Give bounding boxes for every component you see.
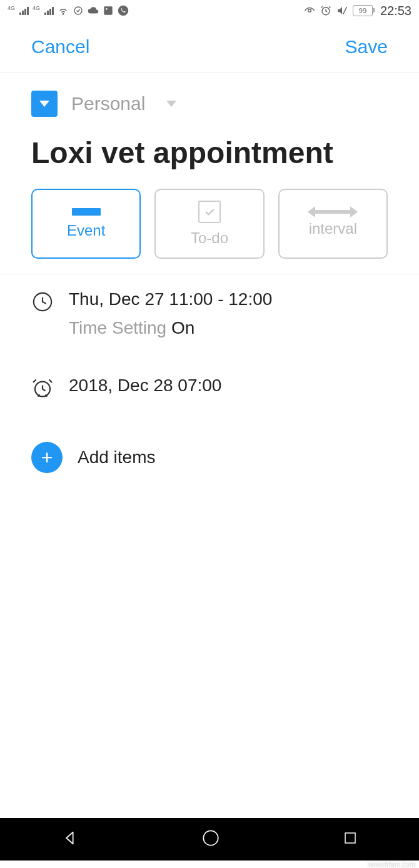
add-items-button[interactable]: + Add items [0,418,419,497]
svg-rect-2 [104,6,112,14]
phone-icon [118,5,129,16]
tab-todo[interactable]: To-do [154,189,264,259]
reminder-datetime: 2018, Dec 28 07:00 [69,376,388,396]
svg-point-1 [74,7,82,14]
network-label-1: 4G [8,5,15,11]
event-datetime: Thu, Dec 27 11:00 - 12:00 [69,289,388,309]
svg-point-0 [63,14,64,15]
time-setting-value: On [171,318,194,337]
event-title-input[interactable]: Loxi vet appointment [0,123,419,176]
status-bar: 4G 4G 99 22: [0,0,419,21]
svg-point-3 [106,8,108,10]
watermark: www.frfam.com [367,861,416,868]
network-label-2: 4G [33,5,40,11]
navigation-bar [0,818,419,861]
recent-button[interactable] [343,831,358,848]
svg-rect-11 [345,833,355,843]
tab-event-label: Event [67,222,105,239]
clock-icon [31,291,54,313]
time-setting-label: Time Setting [69,318,166,337]
checkbox-icon [198,201,221,223]
svg-line-7 [343,7,346,14]
tab-event[interactable]: Event [31,189,141,259]
event-icon [72,208,101,216]
chevron-down-icon [39,101,49,107]
type-tabs: Event To-do interval [0,176,419,274]
dropdown-caret-icon [166,101,176,107]
clock-time: 22:53 [380,4,411,18]
signal-icon-1 [19,6,29,15]
cancel-button[interactable]: Cancel [31,36,89,57]
category-color-box[interactable] [31,91,58,117]
svg-point-10 [203,831,218,845]
cloud-icon [88,5,99,16]
mute-icon [336,5,348,16]
wifi-icon [58,5,69,16]
tab-todo-label: To-do [191,229,228,247]
interval-icon [314,210,351,214]
time-setting-row[interactable]: Time Setting On [69,318,388,338]
category-label: Personal [71,93,145,114]
signal-icon-2 [44,6,54,15]
sync-icon [73,5,84,16]
category-selector[interactable]: Personal [0,73,419,123]
svg-point-5 [308,9,311,12]
status-left: 4G 4G [8,5,129,16]
header: Cancel Save [0,21,419,73]
plus-icon: + [31,442,63,473]
save-button[interactable]: Save [345,36,388,57]
reminder-row[interactable]: 2018, Dec 28 07:00 [0,361,419,399]
battery-icon: 99 [353,5,373,16]
alarm-icon [31,377,54,399]
time-row[interactable]: Thu, Dec 27 11:00 - 12:00 Time Setting O… [0,274,419,338]
add-items-label: Add items [78,447,156,467]
tab-interval-label: interval [309,220,357,237]
image-icon [103,5,114,16]
alarm-status-icon [320,5,331,16]
back-button[interactable] [61,829,79,849]
status-right: 99 22:53 [304,4,411,18]
svg-point-4 [118,6,129,16]
tab-interval[interactable]: interval [278,189,388,259]
eye-icon [304,5,315,16]
home-button[interactable] [202,829,220,849]
